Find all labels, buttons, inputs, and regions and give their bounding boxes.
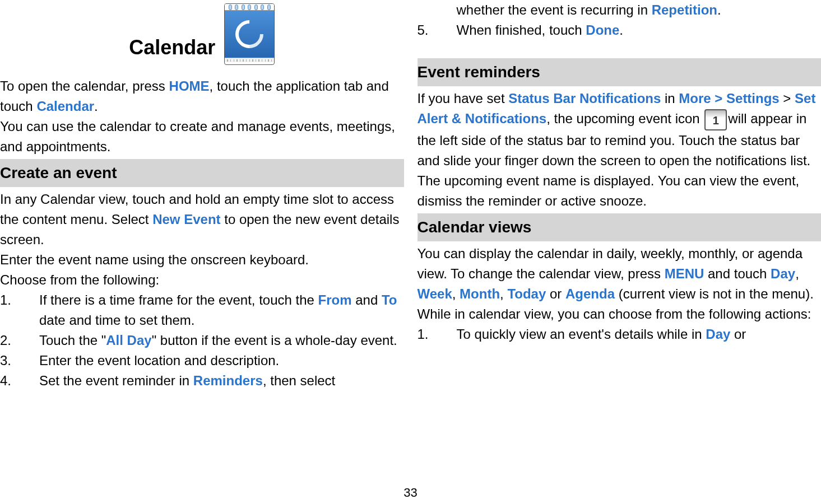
- text: .: [619, 22, 623, 38]
- text: .: [717, 2, 721, 17]
- text: ,: [500, 286, 507, 301]
- text: (current view is not in the menu).: [615, 286, 814, 301]
- upcoming-event-icon: 1: [704, 109, 727, 130]
- text: or: [730, 326, 746, 342]
- text: ,: [795, 266, 799, 281]
- all-day-link: All Day: [106, 333, 151, 348]
- text: If you have set: [418, 91, 509, 106]
- text: " button if the event is a whole-day eve…: [152, 333, 397, 348]
- intro-paragraph-1: To open the calendar, press HOME, touch …: [0, 76, 404, 116]
- list-item: To quickly view an event's details while…: [418, 324, 822, 344]
- intro-paragraph-2: You can use the calendar to create and m…: [0, 116, 404, 157]
- section-header-event-reminders: Event reminders: [418, 58, 822, 86]
- text: Set the event reminder in: [39, 373, 193, 388]
- create-event-p3: Choose from the following:: [0, 270, 404, 290]
- create-event-steps-cont: When finished, touch Done.: [418, 20, 822, 40]
- more-settings-link: More > Settings: [679, 91, 779, 106]
- from-link: From: [318, 292, 352, 307]
- calendar-views-p1: You can display the calendar in daily, w…: [418, 244, 822, 304]
- week-link: Week: [418, 286, 452, 301]
- text: or: [546, 286, 565, 301]
- done-link: Done: [586, 22, 619, 38]
- list-item: If there is a time frame for the event, …: [0, 290, 404, 330]
- text: whether the event is recurring in: [457, 2, 652, 17]
- text: .: [94, 99, 98, 114]
- text: When finished, touch: [457, 22, 586, 38]
- menu-link: MENU: [665, 266, 704, 281]
- create-event-steps: If there is a time frame for the event, …: [0, 290, 404, 391]
- text: Touch the ": [39, 333, 106, 348]
- page-number: 33: [0, 478, 821, 504]
- home-link: HOME: [169, 78, 210, 94]
- text: and: [352, 292, 382, 307]
- reminders-link: Reminders: [193, 373, 263, 388]
- new-event-link: New Event: [152, 212, 220, 227]
- create-event-p2: Enter the event name using the onscreen …: [0, 250, 404, 270]
- calendar-view-actions: To quickly view an event's details while…: [418, 324, 822, 344]
- agenda-link: Agenda: [565, 286, 615, 301]
- today-link: Today: [507, 286, 546, 301]
- section-header-create-event: Create an event: [0, 159, 404, 187]
- text: in: [661, 91, 679, 106]
- list-item: When finished, touch Done.: [418, 20, 822, 40]
- calendar-views-p2: While in calendar view, you can choose f…: [418, 304, 822, 324]
- text: To quickly view an event's details while…: [457, 326, 706, 342]
- title-row: Calendar: [0, 0, 404, 65]
- li4-continuation: whether the event is recurring in Repeti…: [418, 0, 822, 20]
- day-link: Day: [771, 266, 795, 281]
- two-column-layout: Calendar To open the calendar, press HOM…: [0, 0, 821, 478]
- text: To open the calendar, press: [0, 78, 169, 94]
- text: and touch: [704, 266, 771, 281]
- month-link: Month: [460, 286, 500, 301]
- repetition-link: Repetition: [652, 2, 717, 17]
- text: Enter the event location and description…: [39, 351, 404, 371]
- to-link: To: [382, 292, 397, 307]
- text: , then select: [263, 373, 335, 388]
- text: , the upcoming event icon: [546, 111, 703, 126]
- event-reminders-p1: If you have set Status Bar Notifications…: [418, 88, 822, 211]
- list-item: Set the event reminder in Reminders, the…: [0, 371, 404, 391]
- text: >: [780, 91, 795, 106]
- left-column: Calendar To open the calendar, press HOM…: [0, 0, 411, 478]
- day-link-2: Day: [706, 326, 730, 342]
- create-event-p1: In any Calendar view, touch and hold an …: [0, 189, 404, 250]
- calendar-link: Calendar: [36, 99, 94, 114]
- list-item: Touch the "All Day" button if the event …: [0, 330, 404, 351]
- text: ,: [452, 286, 460, 301]
- right-column: whether the event is recurring in Repeti…: [411, 0, 822, 478]
- status-bar-notifications-link: Status Bar Notifications: [508, 91, 661, 106]
- page-title: Calendar: [129, 32, 215, 65]
- calendar-app-icon: [224, 3, 275, 65]
- text: If there is a time frame for the event, …: [39, 292, 318, 307]
- section-header-calendar-views: Calendar views: [418, 213, 822, 241]
- list-item: Enter the event location and description…: [0, 351, 404, 371]
- text: date and time to set them.: [39, 312, 195, 328]
